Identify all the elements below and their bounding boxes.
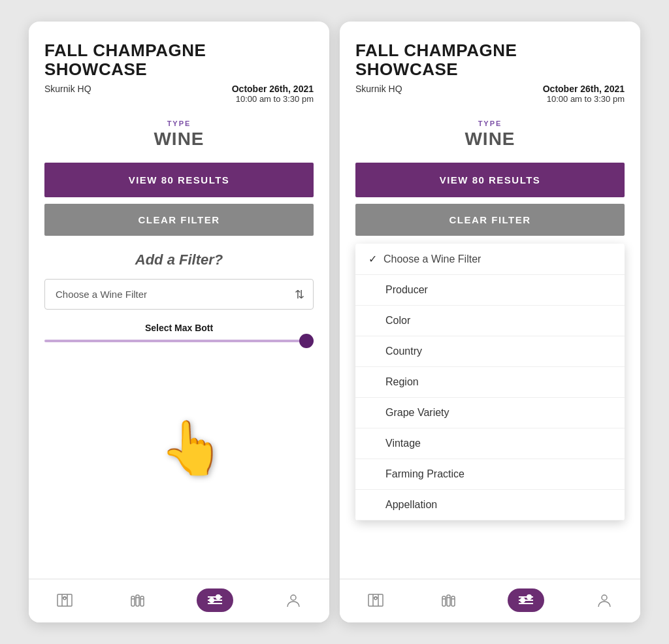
person-icon-left xyxy=(282,588,305,612)
wine-filter-dropdown[interactable]: ✓ Choose a Wine Filter Producer Color Co… xyxy=(355,244,625,521)
wine-filter-select-left[interactable]: Choose a Wine Filter xyxy=(44,279,314,310)
map-icon-right xyxy=(364,588,387,612)
wine-bottles-icon-left xyxy=(125,588,148,612)
nav-map-left[interactable] xyxy=(53,588,76,612)
dropdown-item-vintage[interactable]: Vintage xyxy=(355,428,625,459)
dropdown-item-grape-variety[interactable]: Grape Variety xyxy=(355,398,625,428)
dropdown-item-choose[interactable]: ✓ Choose a Wine Filter xyxy=(355,244,625,275)
filter-active-icon-right xyxy=(508,588,544,612)
slider-label-left: Select Max Bott xyxy=(44,323,314,333)
clear-filter-button-right[interactable]: CLEAR FILTER xyxy=(355,204,625,236)
svg-point-29 xyxy=(527,595,531,599)
dropdown-item-region[interactable]: Region xyxy=(355,367,625,398)
type-value-left: WINE xyxy=(44,129,314,150)
slider-thumb-left[interactable] xyxy=(299,334,314,348)
person-icon-right xyxy=(593,588,616,612)
event-time-right: 10:00 am to 3:30 pm xyxy=(543,94,625,104)
bottom-nav-right xyxy=(340,579,640,622)
bottom-nav-left xyxy=(29,579,329,622)
left-phone-screen: FALL CHAMPAGNE SHOWCASE Skurnik HQ Octob… xyxy=(29,22,329,622)
svg-rect-18 xyxy=(368,594,383,606)
wine-filter-select-wrapper-left[interactable]: Choose a Wine Filter ⇅ xyxy=(44,279,314,310)
event-location-right: Skurnik HQ xyxy=(355,84,402,94)
dropdown-item-country[interactable]: Country xyxy=(355,336,625,367)
filter-active-icon-left xyxy=(197,588,233,612)
nav-filter-right[interactable] xyxy=(508,588,544,612)
type-label-right: TYPE xyxy=(355,120,625,127)
dropdown-item-label-7: Farming Practice xyxy=(385,468,465,480)
svg-rect-0 xyxy=(57,594,72,606)
dropdown-item-label-8: Appellation xyxy=(385,499,437,511)
dropdown-item-producer[interactable]: Producer xyxy=(355,275,625,306)
nav-bottles-right[interactable] xyxy=(436,588,459,612)
svg-rect-4 xyxy=(131,596,135,606)
nav-person-right[interactable] xyxy=(593,588,616,612)
svg-rect-6 xyxy=(140,596,144,606)
screens-container: FALL CHAMPAGNE SHOWCASE Skurnik HQ Octob… xyxy=(29,22,640,622)
slider-section-left: Select Max Bott xyxy=(44,323,314,347)
event-location-left: Skurnik HQ xyxy=(44,84,91,94)
dropdown-item-color[interactable]: Color xyxy=(355,306,625,336)
type-section-left: TYPE WINE xyxy=(44,120,314,150)
svg-point-11 xyxy=(216,595,220,599)
checkmark-icon: ✓ xyxy=(368,253,377,265)
type-label-left: TYPE xyxy=(44,120,314,127)
slider-track-left[interactable] xyxy=(44,340,314,342)
wine-bottles-icon-right xyxy=(436,588,459,612)
add-filter-title-left: Add a Filter? xyxy=(44,251,314,268)
svg-rect-5 xyxy=(136,595,139,606)
dropdown-item-label-3: Country xyxy=(385,346,422,357)
map-icon-left xyxy=(53,588,76,612)
dropdown-item-farming-practice[interactable]: Farming Practice xyxy=(355,459,625,490)
dropdown-item-label-0: Choose a Wine Filter xyxy=(383,253,481,265)
type-value-right: WINE xyxy=(355,129,625,150)
dropdown-item-label-5: Grape Variety xyxy=(385,407,449,419)
event-title-left: FALL CHAMPAGNE SHOWCASE xyxy=(44,41,314,78)
svg-rect-23 xyxy=(447,595,450,606)
svg-rect-24 xyxy=(451,596,455,606)
event-meta-right: Skurnik HQ October 26th, 2021 10:00 am t… xyxy=(355,84,625,104)
dropdown-item-label-2: Color xyxy=(385,315,410,327)
dropdown-item-label-4: Region xyxy=(385,376,419,388)
view-results-button-left[interactable]: VIEW 80 RESULTS xyxy=(44,163,314,197)
event-date-left: October 26th, 2021 xyxy=(232,84,314,94)
svg-point-17 xyxy=(291,595,296,600)
clear-filter-button-left[interactable]: CLEAR FILTER xyxy=(44,204,314,236)
event-time-left: 10:00 am to 3:30 pm xyxy=(232,94,314,104)
event-meta-left: Skurnik HQ October 26th, 2021 10:00 am t… xyxy=(44,84,314,104)
svg-rect-22 xyxy=(442,596,446,606)
event-date-right: October 26th, 2021 xyxy=(543,84,625,94)
dropdown-item-label-1: Producer xyxy=(385,284,428,296)
svg-point-10 xyxy=(210,598,214,602)
dropdown-item-label-6: Vintage xyxy=(385,438,421,449)
svg-point-28 xyxy=(521,598,525,602)
dropdown-item-appellation[interactable]: Appellation xyxy=(355,490,625,521)
nav-map-right[interactable] xyxy=(364,588,387,612)
nav-bottles-left[interactable] xyxy=(125,588,148,612)
right-phone-screen: FALL CHAMPAGNE SHOWCASE Skurnik HQ Octob… xyxy=(340,22,640,622)
event-title-right: FALL CHAMPAGNE SHOWCASE xyxy=(355,41,625,78)
nav-person-left[interactable] xyxy=(282,588,305,612)
view-results-button-right[interactable]: VIEW 80 RESULTS xyxy=(355,163,625,197)
type-section-right: TYPE WINE xyxy=(355,120,625,150)
nav-filter-left[interactable] xyxy=(197,588,233,612)
svg-point-35 xyxy=(602,595,607,600)
